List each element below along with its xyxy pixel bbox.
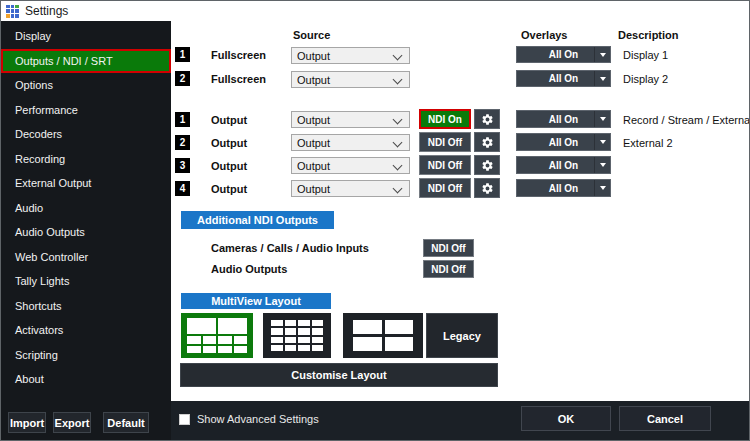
output-1-source-dropdown[interactable]: Output <box>291 111 410 128</box>
fullscreen-2-number: 2 <box>175 71 190 86</box>
sidebar-item-decoders[interactable]: Decoders <box>1 122 171 147</box>
ok-button[interactable]: OK <box>521 406 611 431</box>
output-3-source-dropdown[interactable]: Output <box>291 157 410 174</box>
fullscreen-1-source-dropdown[interactable]: Output <box>291 47 410 64</box>
sidebar-item-audio[interactable]: Audio <box>1 196 171 221</box>
chevron-down-icon <box>393 161 403 171</box>
column-header-source: Source <box>293 29 330 41</box>
output-4-overlays-value: All On <box>549 183 578 194</box>
output-3-settings-button[interactable] <box>474 155 500 175</box>
dropdown-arrow-icon[interactable] <box>594 134 610 150</box>
chevron-down-icon <box>393 51 403 61</box>
output-1-number: 1 <box>175 112 190 127</box>
output-2-label: Output <box>211 137 247 149</box>
audio-outputs-label: Audio Outputs <box>211 263 287 275</box>
fullscreen-1-label: Fullscreen <box>211 49 266 61</box>
dropdown-arrow-icon[interactable] <box>594 180 610 196</box>
sidebar-nav: Display Outputs / NDI / SRT Options Perf… <box>1 24 171 392</box>
output-2-overlays-button[interactable]: All On <box>516 133 611 151</box>
sidebar-item-outputs-ndi-srt[interactable]: Outputs / NDI / SRT <box>1 49 171 74</box>
sidebar-item-scripting[interactable]: Scripting <box>1 343 171 368</box>
output-3-number: 3 <box>175 158 190 173</box>
import-button[interactable]: Import <box>8 412 46 433</box>
show-advanced-settings-label: Show Advanced Settings <box>197 413 319 425</box>
sidebar-item-audio-outputs[interactable]: Audio Outputs <box>1 220 171 245</box>
output-1-source-value: Output <box>297 114 330 126</box>
dropdown-arrow-icon[interactable] <box>594 111 610 127</box>
output-4-ndi-toggle[interactable]: NDI Off <box>419 178 471 198</box>
title-bar: Settings <box>1 1 749 22</box>
sidebar-item-web-controller[interactable]: Web Controller <box>1 245 171 270</box>
output-1-overlays-button[interactable]: All On <box>516 110 611 128</box>
cameras-calls-audio-inputs-ndi-toggle[interactable]: NDI Off <box>423 239 474 257</box>
cancel-button[interactable]: Cancel <box>619 406 711 431</box>
chevron-down-icon <box>393 75 403 85</box>
gear-icon <box>481 113 494 126</box>
output-2-settings-button[interactable] <box>474 132 500 152</box>
output-2-source-dropdown[interactable]: Output <box>291 134 410 151</box>
multiview-layout-option-1-selected[interactable] <box>181 313 253 358</box>
sidebar-item-tally-lights[interactable]: Tally Lights <box>1 269 171 294</box>
output-3-ndi-toggle[interactable]: NDI Off <box>419 155 471 175</box>
output-2-description: External 2 <box>623 137 673 149</box>
fullscreen-2-overlays-value: All On <box>549 73 578 84</box>
fullscreen-2-source-dropdown[interactable]: Output <box>291 71 410 88</box>
output-1-description: Record / Stream / External <box>623 114 750 126</box>
output-3-overlays-button[interactable]: All On <box>516 156 611 174</box>
sidebar-item-performance[interactable]: Performance <box>1 98 171 123</box>
sidebar-item-external-output[interactable]: External Output <box>1 171 171 196</box>
gear-icon <box>481 182 494 195</box>
output-1-overlays-value: All On <box>549 114 578 125</box>
chevron-down-icon <box>393 184 403 194</box>
multiview-layout-option-2[interactable] <box>263 313 331 358</box>
gear-icon <box>481 136 494 149</box>
output-2-ndi-toggle[interactable]: NDI Off <box>419 132 471 152</box>
output-4-source-dropdown[interactable]: Output <box>291 180 410 197</box>
legacy-button[interactable]: Legacy <box>426 313 498 358</box>
output-4-settings-button[interactable] <box>474 178 500 198</box>
output-1-settings-button[interactable] <box>474 109 500 129</box>
output-4-number: 4 <box>175 181 190 196</box>
output-2-number: 2 <box>175 135 190 150</box>
gear-icon <box>481 159 494 172</box>
output-3-label: Output <box>211 160 247 172</box>
fullscreen-2-label: Fullscreen <box>211 73 266 85</box>
multiview-preview-grid <box>343 313 423 358</box>
output-4-overlays-button[interactable]: All On <box>516 179 611 197</box>
main-panel: Source Overlays Description 1 Fullscreen… <box>171 21 750 401</box>
bottom-bar: Show Advanced Settings OK Cancel <box>171 401 750 441</box>
export-button[interactable]: Export <box>53 412 91 433</box>
sidebar-item-display[interactable]: Display <box>1 24 171 49</box>
multiview-layout-option-3[interactable] <box>343 313 423 358</box>
output-1-ndi-toggle[interactable]: NDI On <box>419 109 471 129</box>
default-button[interactable]: Default <box>103 412 149 433</box>
dropdown-arrow-icon[interactable] <box>594 71 610 86</box>
fullscreen-2-description: Display 2 <box>623 73 668 85</box>
settings-window: Settings Display Outputs / NDI / SRT Opt… <box>0 0 750 441</box>
audio-outputs-ndi-toggle[interactable]: NDI Off <box>423 260 474 278</box>
column-header-overlays: Overlays <box>521 29 567 41</box>
multiview-layout-button[interactable]: MultiView Layout <box>181 293 331 309</box>
output-4-label: Output <box>211 183 247 195</box>
fullscreen-2-overlays-button[interactable]: All On <box>516 70 611 87</box>
sidebar-item-recording[interactable]: Recording <box>1 147 171 172</box>
fullscreen-2-source-value: Output <box>297 74 330 86</box>
cameras-calls-audio-inputs-label: Cameras / Calls / Audio Inputs <box>211 242 369 254</box>
multiview-preview-grid <box>181 313 253 358</box>
dropdown-arrow-icon[interactable] <box>594 47 610 62</box>
output-4-source-value: Output <box>297 183 330 195</box>
sidebar-item-activators[interactable]: Activators <box>1 318 171 343</box>
chevron-down-icon <box>393 138 403 148</box>
fullscreen-1-overlays-button[interactable]: All On <box>516 46 611 63</box>
output-3-overlays-value: All On <box>549 160 578 171</box>
dropdown-arrow-icon[interactable] <box>594 157 610 173</box>
sidebar-item-about[interactable]: About <box>1 367 171 392</box>
additional-ndi-outputs-button[interactable]: Additional NDI Outputs <box>181 211 334 229</box>
customise-layout-button[interactable]: Customise Layout <box>180 363 498 387</box>
sidebar-item-options[interactable]: Options <box>1 73 171 98</box>
show-advanced-settings-checkbox[interactable] <box>179 414 190 425</box>
window-title: Settings <box>25 4 68 18</box>
output-3-source-value: Output <box>297 160 330 172</box>
sidebar-item-shortcuts[interactable]: Shortcuts <box>1 294 171 319</box>
multiview-preview-grid <box>263 313 331 358</box>
